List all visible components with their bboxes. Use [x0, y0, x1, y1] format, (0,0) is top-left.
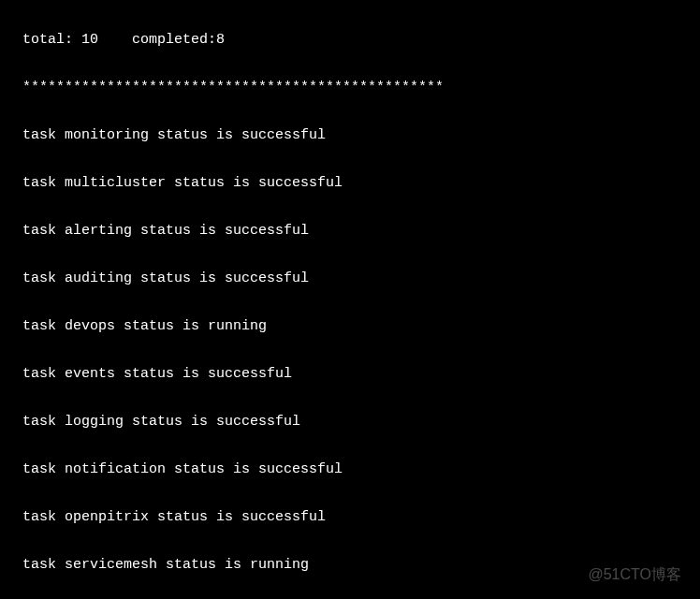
terminal-line: task devops status is running [22, 318, 678, 334]
terminal-line: ****************************************… [22, 80, 678, 95]
terminal-line: task monitoring status is successful [22, 127, 678, 143]
terminal-line: task logging status is successful [22, 414, 678, 430]
terminal-line: task openpitrix status is successful [22, 509, 678, 525]
terminal-line: task events status is successful [22, 366, 678, 382]
terminal-line: task notification status is successful [22, 461, 678, 477]
terminal-line: task servicemesh status is running [22, 557, 678, 573]
terminal-line: task auditing status is successful [22, 270, 678, 286]
watermark: @51CTO博客 [588, 566, 681, 582]
terminal-line: total: 10 completed:8 [22, 32, 678, 48]
terminal-line: task alerting status is successful [22, 223, 678, 239]
terminal-output: total: 10 completed:8 ******************… [0, 0, 700, 599]
terminal-line: task multicluster status is successful [22, 175, 678, 191]
